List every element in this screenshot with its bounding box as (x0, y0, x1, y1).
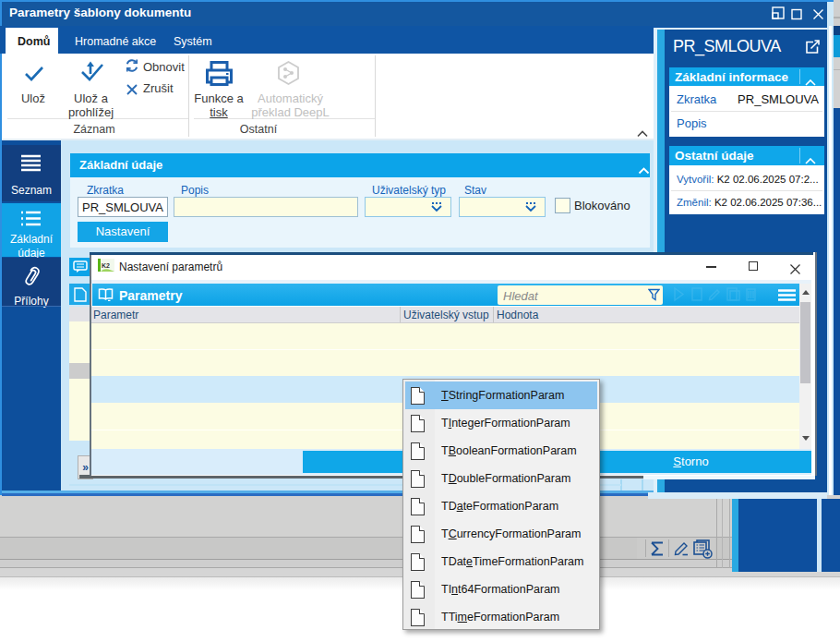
svg-text:K2: K2 (102, 262, 110, 269)
